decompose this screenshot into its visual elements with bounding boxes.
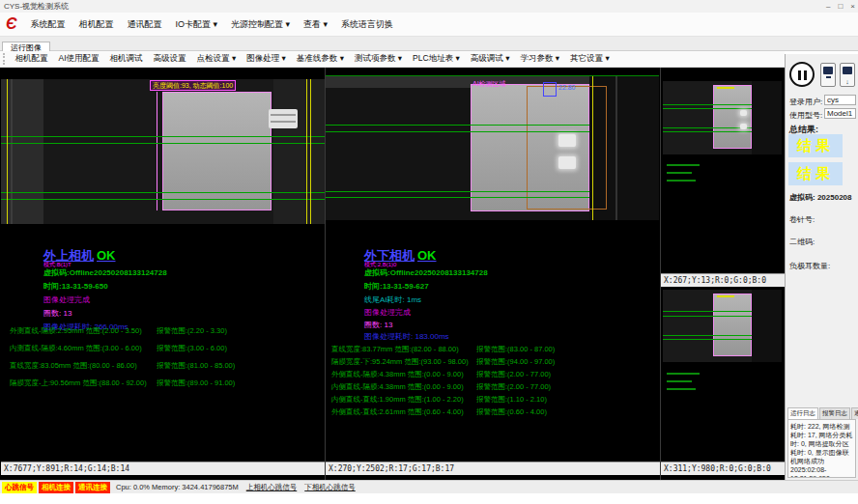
model-field[interactable]: Model1 (824, 108, 856, 119)
measurement-row: 直线宽度:83.77mm 范围:(82.00 - 88.00) (331, 345, 459, 354)
tool-plc-address[interactable]: PLC地址表 ▾ (408, 53, 466, 65)
login-user-label: 登录用户: (789, 97, 822, 107)
result-badge-bottom: 结果 (788, 162, 843, 185)
alarm-range: 报警范围:(89.00 - 91.00) (157, 378, 235, 388)
separator-film-region (713, 294, 752, 356)
alarm-range: 报警范围:(3.00 - 6.00) (157, 344, 227, 353)
close-icon[interactable]: × (850, 0, 855, 13)
alarm-range: 报警范围:(1.10 - 2.10) (476, 395, 547, 405)
tool-baseline-params[interactable]: 基准线参数 ▾ (291, 53, 349, 65)
maximize-icon[interactable]: □ (838, 0, 843, 13)
menu-camera-config[interactable]: 相机配置 (72, 18, 121, 31)
cpu-memory-readout: Cpu: 0.0% Memory: 3424.41796875M (116, 483, 239, 491)
baseline (663, 131, 752, 132)
window-title: CYS-视觉检测系统 (4, 2, 69, 11)
pause-button[interactable] (789, 62, 815, 87)
roi-threshold-label (717, 87, 734, 89)
menu-system-config[interactable]: 系统配置 (24, 18, 72, 31)
ai-roi-label: AI检测区域 (472, 79, 506, 89)
bottom-margin (0, 494, 858, 504)
status-bar: 心跳信号 相机连接 通讯连接 Cpu: 0.0% Memory: 3424.41… (0, 480, 858, 493)
menu-comm-config[interactable]: 通讯配置 (121, 18, 169, 31)
tab-run-log[interactable]: 运行日志 (787, 407, 818, 419)
alarm-range: 报警范围:(2.20 - 3.30) (157, 326, 227, 336)
machine-structure (11, 79, 13, 224)
tool-camera-debug[interactable]: 相机调试 (104, 53, 148, 65)
needle-number-label: 卷针号: (789, 214, 815, 225)
camera-connection-badge: 相机连接 (39, 482, 73, 493)
measurement-row: 直线宽度:83.05mm 范围:(80.00 - 86.00) (10, 361, 137, 371)
app-window: CYS-视觉检测系统 – □ × Є 系统配置 相机配置 通讯配置 IO卡配置 … (0, 0, 858, 504)
tool-spot-check[interactable]: 点检设置 ▾ (191, 53, 242, 65)
overlay-text-line (667, 388, 696, 390)
glare-spot (740, 110, 747, 116)
baseline (326, 131, 589, 132)
menu-language-switch[interactable]: 系统语言切换 (334, 18, 400, 31)
baseline (326, 191, 589, 192)
monitor-icon (826, 76, 831, 78)
tab-comm-log[interactable]: 通讯日志 (851, 407, 858, 419)
alarm-range: 报警范围:(2.00 - 77.00) (476, 382, 551, 392)
left-camera-image[interactable]: 亮度阈值:93, 动态阈值:100 (1, 79, 325, 224)
reference-line (7, 79, 8, 224)
thumbnail-bottom-image[interactable] (663, 290, 782, 362)
reference-line (310, 79, 311, 224)
connector-detail (271, 114, 296, 116)
tool-learning-params[interactable]: 学习参数 ▾ (515, 53, 565, 65)
measure-value-label: 22.80 (558, 84, 576, 91)
tool-ai-config[interactable]: AI使用配置 (53, 53, 104, 65)
toolbar-grip (3, 53, 6, 65)
left-time: 时间:13-31-59-650 (43, 281, 108, 292)
monitor-icon (823, 67, 833, 74)
log-text-area[interactable]: 耗时: 222, 网络检测耗时: 17, 网络分类耗时: 0, 网络提取分区耗时… (787, 419, 856, 478)
model-label: 使用型号: (789, 110, 822, 121)
bottom-camera-heartbeat-link[interactable]: 下相机心跳信号 (304, 483, 356, 492)
tab-alarm-log[interactable]: 报警日志 (819, 407, 850, 419)
glare-spot (740, 124, 747, 129)
center-camera-image[interactable]: 22.80 AI检测区域 (326, 75, 659, 220)
alarm-range: 报警范围:(94.00 - 97.00) (476, 357, 555, 367)
baseline (1, 136, 325, 137)
negative-tab-count-label: 负极耳数量: (789, 261, 830, 271)
login-user-field[interactable]: cys (824, 95, 856, 105)
pause-icon (798, 70, 801, 80)
tool-image-processing[interactable]: 图像处理 ▾ (242, 53, 292, 65)
log-tab-bar: 运行日志 报警日志 通讯日志 (787, 407, 858, 419)
center-ai-time: 线尾AI耗时: 1ms (364, 294, 421, 305)
reference-line (592, 76, 593, 220)
tool-advanced-settings[interactable]: 高级设置 (148, 53, 191, 65)
tool-advanced-debug[interactable]: 高级调试 ▾ (465, 53, 515, 65)
title-bar: CYS-视觉检测系统 – □ × (0, 0, 858, 13)
baseline (663, 316, 752, 317)
menu-io-config[interactable]: IO卡配置 ▾ (169, 18, 225, 31)
result-badge-top: 结果 (788, 134, 843, 157)
tool-other-settings[interactable]: 其它设置 ▾ (565, 53, 615, 65)
tool-camera-config[interactable]: 相机配置 (10, 53, 53, 65)
camera-view-button[interactable] (820, 63, 836, 87)
left-barcode: 虚拟码:Offline20250208133124728 (43, 267, 167, 278)
measurement-row: 外侧直线-直线:2.61mm 范围:(0.60 - 4.00) (331, 407, 464, 417)
glare-spot (558, 156, 576, 169)
machine-structure (273, 79, 325, 224)
measurement-row: 内侧直线-直线:1.90mm 范围:(1.00 - 2.20) (331, 395, 464, 405)
baseline (663, 311, 752, 312)
menu-view[interactable]: 查看 ▾ (297, 18, 334, 31)
left-pixel-coordinates: X:7677;Y:891;R:14;G:14;B:14 (1, 462, 325, 475)
top-camera-heartbeat-link[interactable]: 上相机心跳信号 (246, 483, 298, 492)
baseline (326, 197, 589, 198)
heartbeat-status-badge: 心跳信号 (2, 482, 37, 493)
baseline (1, 199, 325, 200)
save-image-button[interactable]: ↓ (840, 63, 855, 87)
alarm-range: 报警范围:(0.60 - 4.00) (476, 407, 547, 417)
tool-test-params[interactable]: 测试项参数 ▾ (349, 53, 407, 65)
center-pixel-coordinates: X:270;Y:2502;R:17;G:17;B:17 (326, 462, 660, 475)
baseline (663, 104, 752, 105)
overlay-text-line (667, 373, 700, 375)
thumbnail-top-image[interactable] (663, 81, 782, 154)
baseline (1, 192, 325, 193)
menu-light-config[interactable]: 光源控制配置 ▾ (224, 18, 297, 31)
minimize-icon[interactable]: – (826, 0, 830, 13)
thumbnail-top-coordinates: X:267;Y:13;R:0;G:0;B:0 (661, 273, 785, 287)
pause-icon (804, 70, 807, 80)
camera-status: OK (417, 248, 437, 263)
